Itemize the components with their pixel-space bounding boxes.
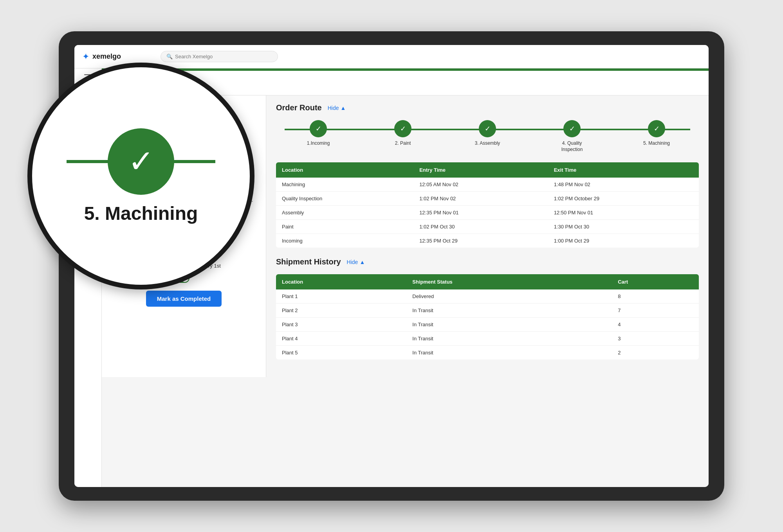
logo-icon: ✦ (82, 52, 89, 62)
route-exit: 1:30 PM Oct 30 (548, 220, 699, 234)
route-entry: 12:35 PM Nov 01 (413, 206, 548, 220)
logo-area: ✦ xemelgo (82, 52, 161, 62)
route-steps: ✓ 1.Incoming ✓ 2. Paint ✓ 3. Assembly (276, 120, 699, 153)
route-entry: 12:05 AM Nov 02 (413, 178, 548, 192)
route-step-3: ✓ 3. Assembly (445, 120, 530, 147)
table-row: Plant 1 Delivered 8 (276, 289, 699, 304)
table-row: Assembly 12:35 PM Nov 01 12:50 PM Nov 01 (276, 206, 699, 220)
step-circle-2: ✓ (394, 120, 411, 137)
col-location: Location (276, 162, 413, 178)
step-label-5: 5. Machining (643, 140, 670, 147)
table-row: Plant 3 In Transit 4 (276, 318, 699, 332)
ship-location: Plant 1 (276, 289, 406, 304)
route-location: Machining (276, 178, 413, 192)
step-label-2: 2. Paint (395, 140, 411, 147)
route-exit: 1:02 PM October 29 (548, 192, 699, 206)
logo-text: xemelgo (92, 52, 121, 61)
route-step-2: ✓ 2. Paint (361, 120, 445, 147)
order-table-header: Location Entry Time Exit Time (276, 162, 699, 178)
route-location: Assembly (276, 206, 413, 220)
col-entry-time: Entry Time (413, 162, 548, 178)
step-label-4: 4. Quality Inspection (558, 140, 586, 153)
route-step-5: ✓ 5. Machining (614, 120, 699, 147)
shipment-table-header: Location Shipment Status Cart (276, 274, 699, 289)
table-row: Quality Inspection 1:02 PM Nov 02 1:02 P… (276, 192, 699, 206)
order-route-header: Order Route Hide ▲ (276, 103, 699, 112)
top-bar: ✦ xemelgo 🔍 (74, 45, 709, 68)
order-route-table: Location Entry Time Exit Time Machining … (276, 162, 699, 248)
ship-col-cart: Cart (612, 274, 699, 289)
ship-location: Plant 4 (276, 332, 406, 346)
route-exit: 1:00 PM Oct 29 (548, 234, 699, 248)
step-label-3: 3. Assembly (475, 140, 500, 147)
table-row: Paint 1:02 PM Oct 30 1:30 PM Oct 30 (276, 220, 699, 234)
step-label-1: 1.Incoming (307, 140, 330, 147)
shipment-title: Shipment History (276, 257, 341, 266)
search-bar[interactable]: 🔍 (161, 51, 278, 62)
ship-status: In Transit (406, 304, 612, 318)
ship-status: In Transit (406, 318, 612, 332)
route-entry: 1:02 PM Oct 30 (413, 220, 548, 234)
col-exit-time: Exit Time (548, 162, 699, 178)
ship-cart: 4 (612, 318, 699, 332)
search-input[interactable] (175, 54, 272, 59)
shipment-table: Location Shipment Status Cart Plant 1 De… (276, 274, 699, 359)
mag-checkmark-circle: ✓ (108, 128, 174, 195)
shipment-tbody: Plant 1 Delivered 8Plant 2 In Transit 7P… (276, 289, 699, 359)
complete-button[interactable]: Mark as Completed (146, 291, 222, 307)
ship-location: Plant 5 (276, 346, 406, 360)
table-row: Plant 4 In Transit 3 (276, 332, 699, 346)
ship-status: In Transit (406, 346, 612, 360)
chevron-up-icon-2: ▲ (359, 259, 365, 265)
ship-location: Plant 3 (276, 318, 406, 332)
shipment-history-header: Shipment History Hide ▲ (276, 257, 699, 266)
mag-checkmark-icon: ✓ (128, 146, 154, 177)
order-route-hide[interactable]: Hide ▲ (328, 105, 346, 111)
ship-status: In Transit (406, 332, 612, 346)
ship-cart: 8 (612, 289, 699, 304)
route-location: Paint (276, 220, 413, 234)
route-entry: 1:02 PM Nov 02 (413, 192, 548, 206)
route-location: Incoming (276, 234, 413, 248)
route-step-1: ✓ 1.Incoming (276, 120, 361, 147)
table-row: Incoming 12:35 PM Oct 29 1:00 PM Oct 29 (276, 234, 699, 248)
table-row: Machining 12:05 AM Nov 02 1:48 PM Nov 02 (276, 178, 699, 192)
ship-cart: 7 (612, 304, 699, 318)
magnifier-overlay: ✓ 5. Machining (27, 63, 254, 289)
mag-step-label: 5. Machining (84, 203, 198, 224)
ship-status: Delivered (406, 289, 612, 304)
route-exit: 12:50 PM Nov 01 (548, 206, 699, 220)
step-circle-5: ✓ (648, 120, 665, 137)
route-entry: 12:35 PM Oct 29 (413, 234, 548, 248)
ship-col-status: Shipment Status (406, 274, 612, 289)
ship-location: Plant 2 (276, 304, 406, 318)
ship-cart: 2 (612, 346, 699, 360)
table-row: Plant 5 In Transit 2 (276, 346, 699, 360)
right-panel: Order Route Hide ▲ ✓ 1.Incoming (266, 95, 709, 377)
route-exit: 1:48 PM Nov 02 (548, 178, 699, 192)
magnifier-content: ✓ 5. Machining (67, 128, 215, 224)
table-row: Plant 2 In Transit 7 (276, 304, 699, 318)
step-circle-4: ✓ (563, 120, 581, 137)
order-route-tbody: Machining 12:05 AM Nov 02 1:48 PM Nov 02… (276, 178, 699, 248)
shipment-hide[interactable]: Hide ▲ (347, 259, 365, 265)
search-icon: 🔍 (166, 54, 173, 59)
step-circle-3: ✓ (479, 120, 496, 137)
route-location: Quality Inspection (276, 192, 413, 206)
order-route-title: Order Route (276, 103, 322, 112)
ship-cart: 3 (612, 332, 699, 346)
tablet-frame: ✦ xemelgo 🔍 ⊞ 🏷 (59, 31, 724, 501)
step-circle-1: ✓ (310, 120, 327, 137)
ship-col-location: Location (276, 274, 406, 289)
chevron-up-icon: ▲ (340, 105, 346, 111)
route-step-4: ✓ 4. Quality Inspection (530, 120, 614, 153)
